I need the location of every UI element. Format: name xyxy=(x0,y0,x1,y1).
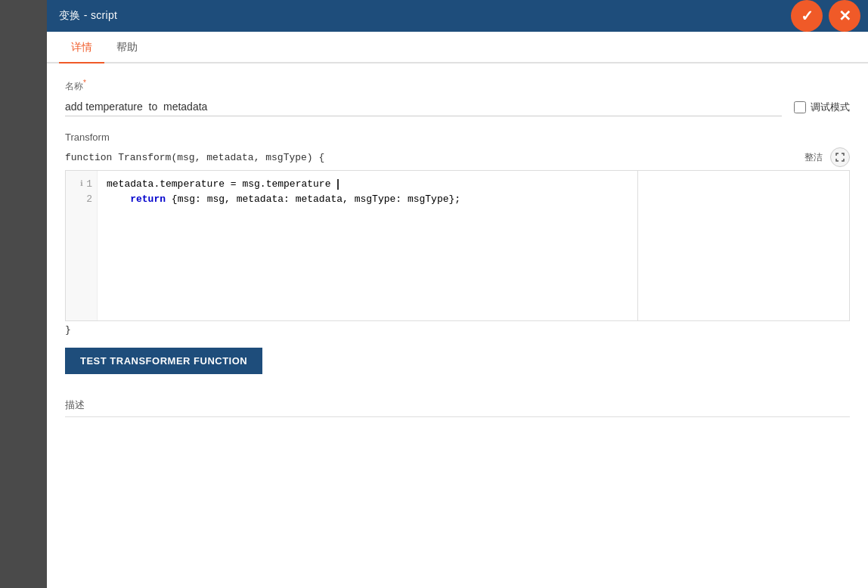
function-sig-text: function Transform(msg, metadata, msgTyp… xyxy=(65,152,324,163)
function-signature-row: function Transform(msg, metadata, msgTyp… xyxy=(65,147,850,167)
header-title: 变换 - script xyxy=(59,9,117,23)
line-info-icon: ℹ xyxy=(80,177,83,192)
header: 变换 - script ✓ ✕ xyxy=(47,0,868,32)
tabs: 详情 帮助 xyxy=(47,32,868,63)
desc-divider xyxy=(65,416,850,417)
line-2-number: 2 xyxy=(70,192,92,207)
code-editor[interactable]: ℹ 1 2 metadata.temperature = msg.tempera… xyxy=(65,170,850,321)
cancel-button[interactable]: ✕ xyxy=(829,0,860,32)
content: 名称* 调试模式 Transform function Transform(ms… xyxy=(47,63,868,588)
name-input[interactable] xyxy=(65,97,782,116)
test-transformer-button[interactable]: TEST TRANSFORMER FUNCTION xyxy=(65,348,262,374)
desc-section: 描述 xyxy=(65,398,850,417)
header-actions: ✓ ✕ xyxy=(791,0,860,32)
sidebar xyxy=(0,0,47,588)
code-line-2: return {msg: msg, metadata: metadata, ms… xyxy=(107,192,628,207)
line-numbers: ℹ 1 2 xyxy=(66,171,98,320)
confirm-button[interactable]: ✓ xyxy=(791,0,823,32)
name-label: 名称* xyxy=(65,79,850,93)
tidy-button[interactable]: 整洁 xyxy=(801,150,826,166)
desc-label: 描述 xyxy=(65,398,850,412)
code-right-panel xyxy=(637,171,849,320)
line-1-number: ℹ 1 xyxy=(70,177,92,192)
name-row: 调试模式 xyxy=(65,97,850,116)
code-line-1: metadata.temperature = msg.temperature xyxy=(107,177,628,192)
cursor xyxy=(337,179,339,190)
editor-toolbar: 整洁 xyxy=(801,147,850,167)
closing-brace: } xyxy=(65,321,850,339)
fullscreen-button[interactable] xyxy=(830,147,850,167)
main-panel: 变换 - script ✓ ✕ 详情 帮助 名称* 调试模式 Transform… xyxy=(47,0,868,588)
debug-mode-label: 调试模式 xyxy=(811,101,850,114)
tab-details[interactable]: 详情 xyxy=(59,32,104,63)
transform-label: Transform xyxy=(65,132,850,143)
section-divider xyxy=(65,116,850,132)
tab-help[interactable]: 帮助 xyxy=(104,32,150,63)
debug-mode-checkbox[interactable] xyxy=(794,101,806,113)
code-area[interactable]: metadata.temperature = msg.temperature r… xyxy=(98,171,637,320)
debug-mode: 调试模式 xyxy=(794,101,850,114)
